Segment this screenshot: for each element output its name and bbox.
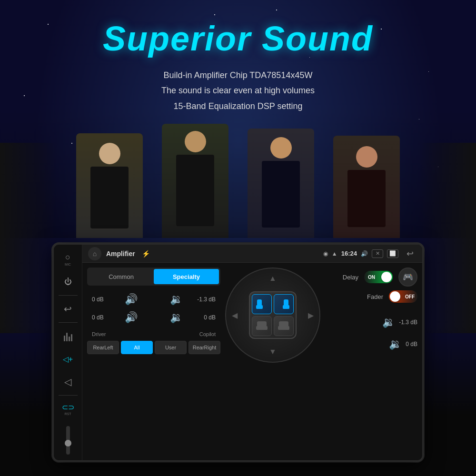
right-rear-speaker-icon[interactable]: 🔉 <box>389 338 402 350</box>
sidebar-divider-3 <box>59 395 78 396</box>
arrow-up-icon[interactable]: ▲ <box>269 274 277 283</box>
sidebar-item-volume-up[interactable]: ◁+ <box>57 348 79 369</box>
right-front-speaker-icon[interactable]: 🔉 <box>382 316 395 328</box>
user-button[interactable]: User <box>155 341 187 354</box>
driver-label: Driver <box>92 331 106 337</box>
copilot-label: Copilot <box>199 331 216 337</box>
mic-icon: ○ <box>65 252 70 262</box>
speaker-controls: 0 dB 🔊 🔉 -1.3 dB 0 dB 🔊 🔉 0 dB <box>87 289 220 327</box>
joystick-outer[interactable]: ▲ ▼ ◀ ▶ <box>225 268 320 363</box>
svg-rect-1 <box>256 305 263 309</box>
svg-rect-3 <box>283 305 289 309</box>
rear-right-db: 0 dB <box>192 314 216 321</box>
sidebar-item-eq[interactable] <box>57 326 79 347</box>
all-button[interactable]: All <box>121 341 153 354</box>
fader-row: Fader OFF <box>330 290 417 303</box>
gps-icon: ◉ <box>323 250 328 257</box>
sidebar: ○ MIC ⏻ ↩ ◁+ ◁ <box>54 245 82 460</box>
volume-up-icon: ◁+ <box>63 355 73 364</box>
rear-left-button[interactable]: RearLeft <box>87 341 119 354</box>
right-panel: Delay ON 🎮 Fader OFF <box>325 268 417 456</box>
eq-icon <box>64 331 72 341</box>
device-wrapper: ○ MIC ⏻ ↩ ◁+ ◁ <box>52 243 424 462</box>
front-left-speaker-icon[interactable]: 🔊 <box>125 293 138 306</box>
front-left-db: 0 dB <box>92 296 116 303</box>
car-left <box>0 143 57 333</box>
main-title: Superior Sound <box>0 19 476 58</box>
delay-knob <box>381 272 392 282</box>
tab-common[interactable]: Common <box>89 269 154 284</box>
volume-icon: 🔊 <box>361 250 368 257</box>
fader-toggle[interactable]: OFF <box>389 290 417 303</box>
fader-state: OFF <box>405 294 415 299</box>
power-icon: ⏻ <box>64 278 72 286</box>
clock: 16:24 <box>341 250 357 257</box>
sidebar-item-power[interactable]: ⏻ <box>57 271 79 292</box>
main-screen: ⌂ Amplifier ⚡ ◉ ▲ 16:24 🔊 ✕ ⬜ ↩ <box>82 245 422 460</box>
back-arrow-icon: ↩ <box>64 303 72 315</box>
home-button[interactable]: ⌂ <box>88 247 101 260</box>
sidebar-item-back[interactable]: ↩ <box>57 298 79 319</box>
tab-bar: Common Specialty <box>87 268 220 286</box>
rear-left-speaker-icon[interactable]: 🔊 <box>125 311 138 324</box>
sidebar-item-volume-down[interactable]: ◁ <box>57 371 79 392</box>
rear-right-db-row: 🔉 0 dB <box>330 338 417 350</box>
nav-back-button[interactable]: ↩ <box>403 247 416 260</box>
subtitle-line-2: The sound is clear even at high volumes <box>0 83 476 98</box>
sidebar-item-rst[interactable]: ⊂⊃ RST <box>57 398 79 419</box>
status-bar: ◉ ▲ 16:24 🔊 ✕ ⬜ <box>323 249 398 258</box>
svg-rect-0 <box>257 299 262 306</box>
rear-left-db: 0 dB <box>92 314 116 321</box>
seat-btn-fl[interactable] <box>252 294 272 314</box>
svg-rect-2 <box>284 299 288 306</box>
subtitle-line-1: Build-in Amplifier Chip TDA78514x45W <box>0 68 476 83</box>
channel-buttons: RearLeft All User RearRight <box>87 341 220 354</box>
right-db-panel: 🔉 -1.3 dB 🔉 0 dB <box>330 307 417 350</box>
wifi-icon: ▲ <box>332 250 337 257</box>
delay-toggle[interactable]: ON <box>364 271 393 283</box>
game-controller-button[interactable]: 🎮 <box>398 268 417 287</box>
car-right <box>419 143 476 333</box>
window-button[interactable]: ⬜ <box>387 249 398 258</box>
seat-btn-fr[interactable] <box>274 294 294 314</box>
rear-right-button[interactable]: RearRight <box>188 341 220 354</box>
delay-state: ON <box>368 275 375 280</box>
rear-speakers-row: 0 dB 🔊 🔉 0 dB <box>87 309 220 326</box>
rear-right-db-value: 0 dB <box>406 341 417 347</box>
fader-knob <box>390 291 400 302</box>
rear-right-speaker-icon[interactable]: 🔉 <box>170 311 183 324</box>
channel-labels: Driver Copilot <box>87 331 220 337</box>
content-area: Common Specialty 0 dB 🔊 🔉 -1.3 dB <box>82 263 422 460</box>
sidebar-divider-1 <box>59 295 78 296</box>
brightness-slider[interactable] <box>66 424 70 456</box>
front-right-db-value: -1.3 dB <box>399 319 417 326</box>
usb-icon: ⚡ <box>142 250 150 258</box>
app-title: Amplifier <box>106 250 135 258</box>
topbar: ⌂ Amplifier ⚡ ◉ ▲ 16:24 🔊 ✕ ⬜ ↩ <box>82 245 422 263</box>
arrow-down-icon[interactable]: ▼ <box>269 347 277 356</box>
seat-btn-rr[interactable] <box>274 316 294 336</box>
front-right-speaker-icon[interactable]: 🔉 <box>170 293 183 306</box>
car-stereo-device: ○ MIC ⏻ ↩ ◁+ ◁ <box>52 243 424 462</box>
delay-label: Delay <box>343 274 358 281</box>
sidebar-item-mic[interactable]: ○ MIC <box>57 248 79 269</box>
fader-label: Fader <box>367 293 383 300</box>
center-joystick-area: ▲ ▼ ◀ ▶ <box>225 268 320 456</box>
seat-btn-rl[interactable] <box>252 316 272 336</box>
front-right-db: -1.3 dB <box>192 296 216 303</box>
rst-icon: ⊂⊃ <box>62 403 74 412</box>
arrow-right-icon[interactable]: ▶ <box>308 311 314 320</box>
orchestra-image <box>0 105 476 238</box>
close-button[interactable]: ✕ <box>372 249 383 258</box>
front-right-db-row: 🔉 -1.3 dB <box>330 316 417 328</box>
joystick-inner <box>249 291 297 339</box>
sidebar-divider-2 <box>59 322 78 323</box>
volume-down-icon: ◁ <box>64 376 71 387</box>
delay-row: Delay ON 🎮 <box>330 268 417 287</box>
tab-specialty[interactable]: Specialty <box>154 269 219 284</box>
svg-rect-5 <box>256 326 268 330</box>
svg-rect-7 <box>278 326 289 330</box>
left-panel: Common Specialty 0 dB 🔊 🔉 -1.3 dB <box>87 268 220 456</box>
arrow-left-icon[interactable]: ◀ <box>232 311 238 320</box>
front-speakers-row: 0 dB 🔊 🔉 -1.3 dB <box>87 291 220 307</box>
